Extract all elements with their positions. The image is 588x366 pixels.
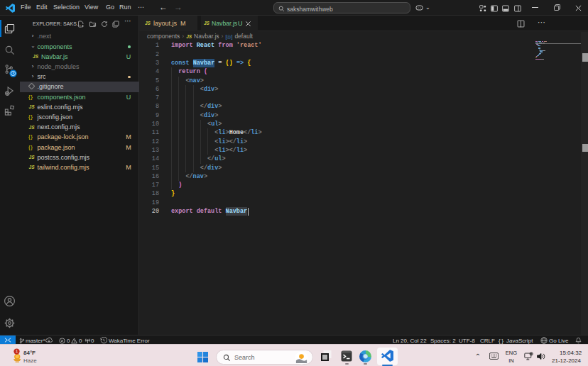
svg-text:1: 1 [16, 349, 18, 353]
